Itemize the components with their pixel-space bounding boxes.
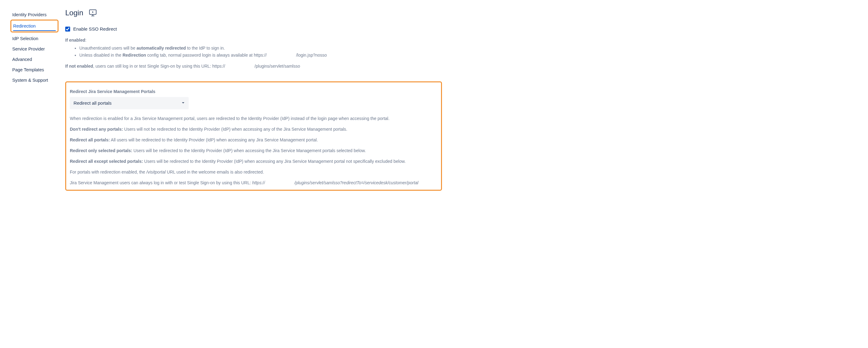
jsm-intro-text: When redirection is enabled for a Jira S… (70, 116, 437, 122)
if-enabled-heading: If enabled: (65, 37, 442, 44)
sidebar-item-system-support[interactable]: System & Support (12, 75, 57, 85)
sidebar-item-identity-providers[interactable]: Identity Providers (12, 10, 57, 20)
redirect-portals-select-value: Redirect all portals (73, 100, 112, 105)
jsm-option-redirect-except: Redirect all except selected portals: Us… (70, 158, 437, 165)
page-header: Login (65, 8, 442, 17)
jsm-visitportal-text: For portals with redirection enabled, th… (70, 169, 437, 176)
sidebar: Identity Providers Redirection IdP Selec… (12, 8, 57, 191)
jsm-option-no-redirect: Don't redirect any portals: Users will n… (70, 126, 437, 132)
if-enabled-list: Unauthenticated users will be automatica… (65, 45, 442, 59)
sidebar-item-redirection[interactable]: Redirection (13, 21, 56, 31)
enable-sso-checkbox[interactable] (65, 27, 70, 32)
video-tutorial-icon[interactable] (89, 9, 97, 17)
enable-sso-row: Enable SSO Redirect (65, 26, 442, 32)
if-not-enabled-text: If not enabled, users can still log in o… (65, 63, 442, 70)
redirect-portals-select-wrap: Redirect all portals (70, 97, 189, 109)
sidebar-item-idp-selection[interactable]: IdP Selection (12, 34, 57, 43)
sidebar-item-advanced[interactable]: Advanced (12, 55, 57, 64)
jsm-option-redirect-selected: Redirect only selected portals: Users wi… (70, 148, 437, 154)
jsm-portals-section: Redirect Jira Service Management Portals… (65, 82, 442, 191)
main-content: Login Enable SSO Redirect If enabled: Un… (65, 8, 442, 191)
redacted-host (265, 181, 294, 185)
jsm-login-url-text: Jira Service Management users can always… (70, 180, 437, 186)
redacted-host (267, 54, 296, 58)
redacted-host (225, 65, 254, 68)
jsm-option-redirect-all: Redirect all portals: All users will be … (70, 137, 437, 143)
sidebar-item-service-provider[interactable]: Service Provider (12, 44, 57, 54)
if-enabled-item-2: Unless disabled in the Redirection confi… (79, 52, 442, 59)
highlight-box-redirection: Redirection (10, 20, 59, 32)
sidebar-item-page-templates[interactable]: Page Templates (12, 65, 57, 75)
jsm-section-heading: Redirect Jira Service Management Portals (70, 89, 437, 94)
page-title: Login (65, 8, 83, 17)
enable-sso-label: Enable SSO Redirect (73, 26, 117, 32)
svg-marker-1 (92, 11, 94, 13)
if-enabled-item-1: Unauthenticated users will be automatica… (79, 45, 442, 52)
redirect-portals-select[interactable]: Redirect all portals (70, 97, 189, 109)
